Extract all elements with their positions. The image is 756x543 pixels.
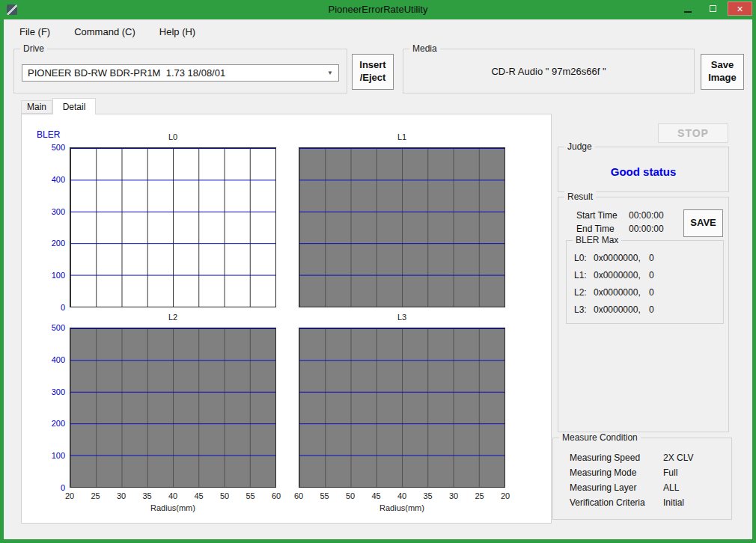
- bler-row-label: L2:: [574, 287, 587, 298]
- app-window: PioneerErrorRateUtility × File (F) Comma…: [0, 0, 756, 543]
- client-area: File (F) Command (C) Help (H) Drive PION…: [4, 19, 752, 539]
- x-tick: 20: [501, 491, 510, 500]
- measure-condition-groupbox: Measure Condition Measuring Speed 2X CLV…: [552, 438, 732, 520]
- x-tick: 50: [346, 491, 355, 500]
- x-tick: 35: [423, 491, 432, 500]
- save-button[interactable]: SAVE: [683, 209, 723, 237]
- y-tick: 400: [52, 175, 65, 184]
- x-tick: 25: [91, 491, 100, 500]
- chart-l2-title: L2: [70, 313, 276, 322]
- y-axis-ticks-row2: 500 400 300 200 100 0: [40, 328, 65, 488]
- drive-combobox[interactable]: PIONEER BD-RW BDR-PR1M 1.73 18/08/01 ▼: [22, 64, 339, 82]
- menu-item-command[interactable]: Command (C): [71, 24, 138, 40]
- y-tick: 300: [52, 387, 65, 396]
- window-title: PioneerErrorRateUtility: [0, 4, 756, 15]
- judge-status-text: Good status: [558, 165, 728, 178]
- menubar: File (F) Command (C) Help (H): [4, 19, 752, 43]
- y-axis-ticks-row1: 500 400 300 200 100 0: [40, 147, 65, 307]
- save-image-button[interactable]: Save Image: [701, 54, 744, 90]
- condition-value: ALL: [663, 482, 679, 493]
- media-groupbox: Media CD-R Audio " 97m26s66f ": [403, 49, 695, 93]
- chart-l3-plot: [299, 328, 505, 488]
- x-axis-label-l3: Radius(mm): [299, 503, 505, 512]
- bler-max-group-label: BLER Max: [573, 235, 621, 245]
- tab-main[interactable]: Main: [21, 100, 52, 114]
- end-time-value: 00:00:00: [629, 224, 664, 234]
- bler-axis-label: BLER: [37, 129, 60, 140]
- stop-button[interactable]: STOP: [658, 123, 728, 143]
- media-group-label: Media: [409, 43, 440, 54]
- end-time-label: End Time: [576, 224, 615, 234]
- maximize-icon: [710, 5, 716, 12]
- y-tick: 300: [52, 207, 65, 216]
- y-tick: 400: [52, 355, 65, 364]
- chart-l0-title: L0: [70, 132, 276, 141]
- menu-item-file[interactable]: File (F): [16, 24, 53, 40]
- x-tick: 30: [449, 491, 458, 500]
- minimize-button[interactable]: [677, 1, 698, 16]
- bler-row-hex: 0x0000000,: [594, 287, 641, 298]
- bler-row-label: L1:: [574, 270, 587, 280]
- judge-group-label: Judge: [564, 141, 595, 152]
- drive-group-label: Drive: [20, 43, 47, 54]
- condition-label: Verification Criteria: [570, 497, 645, 508]
- save-image-label-line2: Image: [708, 72, 737, 85]
- x-axis-ticks-l2: 20 25 30 35 40 45 50 55 60: [70, 491, 276, 500]
- y-tick: 500: [52, 143, 65, 152]
- y-tick: 100: [52, 451, 65, 460]
- x-tick: 45: [194, 491, 203, 500]
- insert-eject-button[interactable]: Insert /Eject: [352, 54, 394, 90]
- bler-max-groupbox: BLER Max L0: 0x0000000, 0 L1: 0x0000000,…: [566, 240, 724, 324]
- judge-groupbox: Judge Good status: [558, 147, 729, 192]
- chart-l0-plot: [70, 147, 276, 307]
- measure-condition-group-label: Measure Condition: [559, 432, 641, 443]
- bler-row-label: L0:: [574, 253, 587, 263]
- x-tick: 30: [117, 491, 126, 500]
- chart-l2-plot: [70, 328, 276, 488]
- x-tick: 20: [65, 491, 74, 500]
- chart-l3-title: L3: [299, 313, 505, 322]
- condition-label: Measuring Speed: [570, 452, 640, 463]
- bler-row-value: 0: [649, 304, 654, 315]
- y-tick: 200: [52, 419, 65, 428]
- drive-combobox-value: PIONEER BD-RW BDR-PR1M 1.73 18/08/01: [28, 67, 225, 79]
- chart-l1-title: L1: [299, 132, 505, 141]
- insert-eject-label-line1: Insert: [359, 59, 385, 72]
- y-tick: 500: [52, 323, 65, 332]
- condition-value: Initial: [663, 497, 684, 508]
- x-tick: 50: [220, 491, 229, 500]
- close-icon: ×: [737, 3, 743, 15]
- result-group-label: Result: [564, 191, 596, 202]
- menu-item-help[interactable]: Help (H): [156, 24, 198, 40]
- x-tick: 45: [371, 491, 380, 500]
- result-groupbox: Result Start Time 00:00:00 End Time 00:0…: [558, 197, 729, 432]
- close-button[interactable]: ×: [728, 1, 752, 16]
- drive-groupbox: Drive PIONEER BD-RW BDR-PR1M 1.73 18/08/…: [13, 49, 347, 93]
- chevron-down-icon: ▼: [327, 70, 333, 76]
- bler-row-hex: 0x0000000,: [594, 304, 641, 315]
- titlebar: PioneerErrorRateUtility ×: [0, 0, 756, 19]
- save-image-label-line1: Save: [711, 59, 734, 72]
- bler-row-value: 0: [649, 270, 654, 280]
- y-tick: 200: [52, 239, 65, 248]
- start-time-value: 00:00:00: [629, 210, 664, 221]
- x-tick: 35: [142, 491, 151, 500]
- x-tick: 60: [294, 491, 303, 500]
- x-tick: 60: [272, 491, 281, 500]
- tab-detail[interactable]: Detail: [52, 98, 96, 114]
- bler-row-hex: 0x0000000,: [594, 253, 641, 263]
- media-value: CD-R Audio " 97m26s66f ": [403, 66, 694, 77]
- maximize-button[interactable]: [702, 1, 724, 16]
- x-tick: 40: [168, 491, 177, 500]
- bler-row-value: 0: [649, 287, 654, 298]
- x-tick: 55: [246, 491, 254, 500]
- condition-value: Full: [663, 467, 677, 478]
- condition-value: 2X CLV: [663, 452, 693, 463]
- insert-eject-label-line2: /Eject: [360, 72, 386, 85]
- start-time-label: Start Time: [576, 210, 618, 221]
- minimize-icon: [684, 11, 692, 13]
- y-tick: 100: [52, 271, 65, 280]
- x-axis-label-l2: Radius(mm): [70, 503, 276, 512]
- bler-row-label: L3:: [574, 304, 587, 315]
- y-tick: 0: [61, 303, 65, 312]
